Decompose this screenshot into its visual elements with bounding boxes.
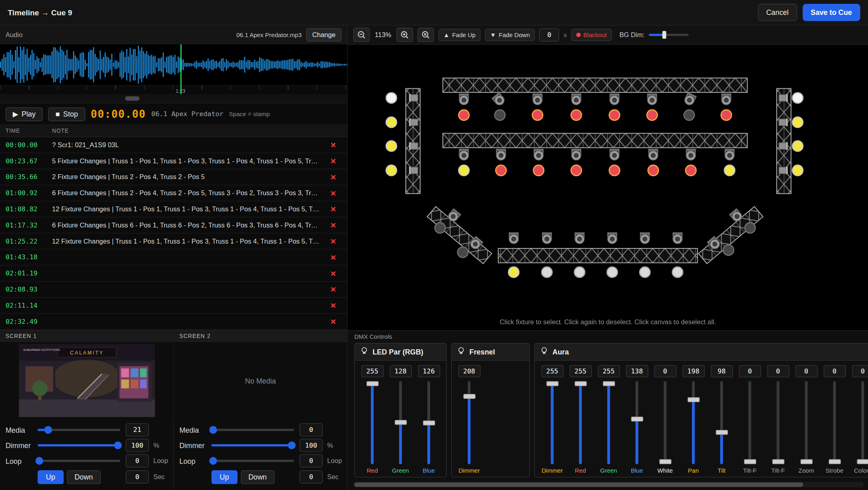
fader-value[interactable]: 255 [598, 365, 620, 377]
cancel-button[interactable]: Cancel [758, 4, 797, 21]
fader-value[interactable]: 208 [458, 365, 480, 377]
timeline-note-row[interactable]: 00:35.662 Fixture Changes | Truss 2 - Po… [0, 169, 347, 186]
fader-thumb[interactable] [366, 381, 378, 386]
fixture-beam-indicator[interactable] [648, 165, 659, 175]
fader-track[interactable] [574, 381, 587, 464]
moving-head-fixture[interactable] [683, 92, 696, 106]
fixture-beam-indicator[interactable] [721, 110, 732, 120]
fixture-beam-indicator[interactable] [542, 267, 552, 277]
change-audio-button[interactable]: Change [306, 28, 342, 41]
delete-note-button[interactable]: ✕ [325, 172, 341, 181]
delete-note-button[interactable]: ✕ [325, 301, 341, 310]
fader-track[interactable] [394, 381, 407, 464]
par-fixture[interactable] [779, 94, 788, 102]
fixture-beam-indicator[interactable] [386, 93, 397, 103]
delete-note-button[interactable]: ✕ [325, 221, 341, 230]
moving-head-fixture[interactable] [492, 92, 506, 107]
waveform-scrollbar[interactable] [0, 94, 347, 103]
moving-head-fixture[interactable] [575, 232, 585, 244]
fader-thumb[interactable] [857, 459, 868, 464]
waveform-scrollbar-handle[interactable] [125, 96, 140, 101]
fixture-beam-indicator[interactable] [495, 110, 505, 120]
fade-seconds-input[interactable] [539, 28, 559, 42]
moving-head-fixture[interactable] [459, 94, 469, 105]
fader-thumb[interactable] [687, 397, 699, 402]
waveform[interactable]: 1:23 [0, 44, 347, 94]
fixture-beam-indicator[interactable] [458, 247, 468, 258]
screen2-up-button[interactable]: Up [211, 470, 237, 484]
moving-head-fixture[interactable] [609, 149, 619, 160]
zoom-reset-button[interactable] [417, 28, 434, 42]
play-button[interactable]: ▶ Play [6, 107, 43, 121]
screen1-down-button[interactable]: Down [67, 470, 100, 484]
zoom-out-button[interactable] [353, 28, 370, 42]
timeline-note-row[interactable]: 02:32.49✕ [0, 314, 347, 330]
fixture-beam-indicator[interactable] [386, 141, 397, 151]
fixture-beam-indicator[interactable] [607, 267, 617, 277]
dmx-scrollbar-thumb[interactable] [354, 482, 803, 487]
screen2-down-button[interactable]: Down [241, 470, 274, 484]
par-fixture[interactable] [779, 119, 788, 126]
fixture-beam-indicator[interactable] [640, 267, 650, 277]
delete-note-button[interactable]: ✕ [325, 252, 341, 262]
fixture-beam-indicator[interactable] [574, 267, 585, 277]
delete-note-button[interactable]: ✕ [325, 317, 341, 326]
screen1-media-value[interactable]: 21 [125, 423, 149, 436]
moving-head-fixture[interactable] [607, 232, 617, 244]
fader-value[interactable]: 255 [361, 365, 383, 377]
fixture-beam-indicator[interactable] [723, 245, 734, 255]
fader-thumb[interactable] [828, 459, 841, 464]
fixture-beam-indicator[interactable] [609, 110, 620, 120]
fader-track[interactable] [687, 381, 700, 464]
fixture-beam-indicator[interactable] [571, 165, 581, 175]
fixture-beam-indicator[interactable] [793, 117, 803, 127]
timeline-note-row[interactable]: 01:43.18✕ [0, 250, 347, 266]
fixture-beam-indicator[interactable] [724, 165, 735, 175]
fader-value[interactable]: 255 [569, 365, 592, 377]
timeline-note-row[interactable]: 01:25.2212 Fixture Changes | Truss 1 - P… [0, 234, 347, 250]
fixture-beam-indicator[interactable] [459, 110, 469, 120]
fixture-beam-indicator[interactable] [686, 165, 696, 175]
timeline-note-row[interactable]: 00:00.00? Scr1: 021_A1S9 03L✕ [0, 137, 347, 153]
zoom-in-button[interactable] [396, 28, 413, 42]
fader-value[interactable]: 0 [852, 365, 868, 377]
timeline-note-row[interactable]: 01:00.926 Fixture Changes | Truss 2 - Po… [0, 186, 347, 202]
moving-head-fixture[interactable] [721, 94, 731, 105]
fader-track[interactable] [366, 381, 379, 464]
timeline-note-row[interactable]: 02:01.19✕ [0, 265, 347, 281]
moving-head-fixture[interactable] [496, 149, 506, 160]
screen1-dimmer-value[interactable]: 100 [125, 439, 149, 452]
fader-thumb[interactable] [800, 459, 812, 464]
moving-head-fixture[interactable] [686, 149, 696, 160]
delete-note-button[interactable]: ✕ [325, 285, 341, 294]
screen2-media-slider[interactable] [211, 426, 294, 434]
fader-thumb[interactable] [422, 421, 435, 425]
moving-head-fixture[interactable] [571, 149, 581, 160]
screen1-up-button[interactable]: Up [38, 470, 63, 484]
moving-head-fixture[interactable] [533, 149, 544, 160]
timeline-note-row[interactable]: 02:11.14✕ [0, 298, 347, 314]
fixture-beam-indicator[interactable] [647, 110, 657, 120]
timeline-note-row[interactable]: 01:17.326 Fixture Changes | Truss 6 - Po… [0, 217, 347, 234]
fade-down-button[interactable]: ▼ Fade Down [485, 29, 535, 41]
moving-head-fixture[interactable] [571, 94, 581, 105]
fixture-beam-indicator[interactable] [386, 165, 397, 175]
fader-track[interactable] [659, 381, 672, 464]
moving-head-fixture[interactable] [640, 232, 650, 244]
moving-head-fixture[interactable] [648, 149, 658, 160]
fader-thumb[interactable] [715, 430, 728, 435]
fader-value[interactable]: 0 [795, 365, 818, 377]
fixture-beam-indicator[interactable] [571, 110, 581, 120]
par-fixture[interactable] [409, 142, 418, 150]
screen1-loop-slider[interactable] [38, 457, 120, 465]
fader-thumb[interactable] [772, 459, 784, 464]
fader-value[interactable]: 138 [626, 365, 648, 377]
playhead[interactable] [180, 44, 182, 94]
fixture-beam-indicator[interactable] [793, 93, 803, 103]
par-fixture[interactable] [409, 119, 418, 126]
save-to-cue-button[interactable]: Save to Cue [803, 4, 860, 21]
par-fixture[interactable] [409, 167, 418, 174]
dmx-scrollbar[interactable] [353, 482, 864, 488]
fader-track[interactable] [715, 381, 728, 464]
par-fixture[interactable] [779, 142, 788, 150]
